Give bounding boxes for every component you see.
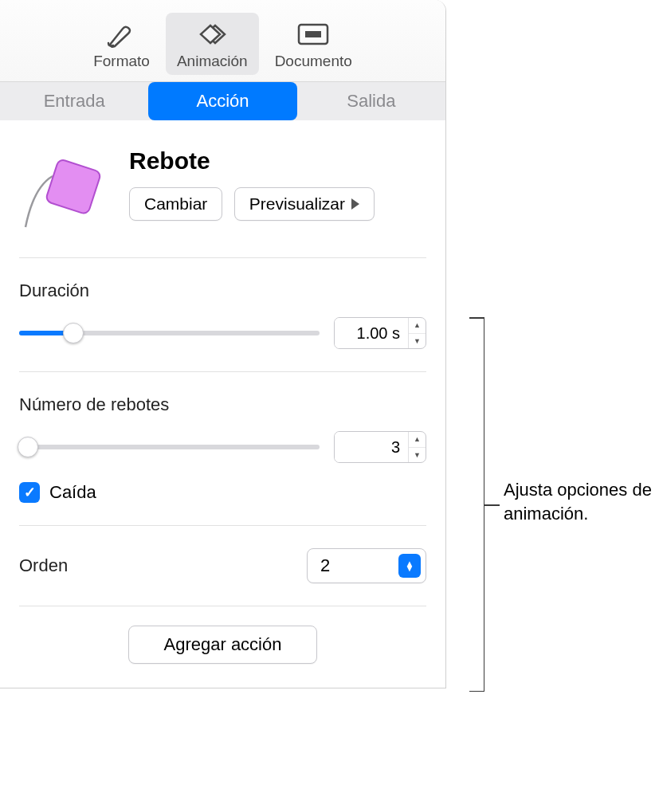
bounces-section: Número de rebotes ▲ ▼ ✓ Caída (19, 372, 426, 526)
callout-text: Ajusta opciones de animación. (504, 478, 655, 525)
change-label: Cambiar (144, 194, 207, 214)
preview-button[interactable]: Previsualizar (234, 187, 375, 221)
footer: Agregar acción (19, 606, 426, 669)
tab-salida[interactable]: Salida (297, 82, 445, 120)
animation-type-tabs: Entrada Acción Salida (0, 82, 445, 120)
add-action-button[interactable]: Agregar acción (128, 626, 318, 664)
bounces-stepper[interactable]: ▲ ▼ (334, 431, 426, 463)
format-tab[interactable]: Formato (82, 13, 161, 75)
bounces-step-up[interactable]: ▲ (409, 432, 426, 448)
duration-stepper[interactable]: ▲ ▼ (334, 317, 426, 349)
animation-label: Animación (177, 53, 248, 70)
order-section: Orden 2 ▲▼ (19, 526, 426, 606)
duration-step-down[interactable]: ▼ (409, 334, 426, 349)
bounces-slider[interactable] (19, 445, 320, 449)
duration-slider[interactable] (19, 331, 320, 335)
callout-bracket (457, 317, 484, 692)
diamond-icon (190, 19, 233, 49)
duration-step-up[interactable]: ▲ (409, 318, 426, 334)
duration-section: Duración ▲ ▼ (19, 258, 426, 372)
tab-entrada[interactable]: Entrada (0, 82, 148, 120)
bounces-label: Número de rebotes (19, 394, 426, 415)
bounces-step-down[interactable]: ▼ (409, 448, 426, 463)
format-label: Formato (93, 53, 150, 70)
svg-rect-2 (45, 159, 102, 215)
decay-checkbox[interactable]: ✓ (19, 482, 40, 503)
order-label: Orden (19, 555, 68, 576)
svg-rect-1 (305, 31, 321, 37)
play-icon (351, 198, 359, 210)
main-toolbar: Formato Animación Documento (0, 0, 445, 82)
brush-icon (100, 19, 143, 49)
chevron-updown-icon: ▲▼ (398, 554, 421, 578)
decay-row[interactable]: ✓ Caída (19, 482, 426, 503)
tab-accion[interactable]: Acción (148, 82, 296, 120)
duration-label: Duración (19, 280, 426, 301)
change-button[interactable]: Cambiar (129, 187, 222, 221)
duration-value[interactable] (335, 318, 408, 348)
document-tab[interactable]: Documento (264, 13, 363, 75)
bounces-value[interactable] (335, 432, 408, 462)
document-label: Documento (275, 53, 352, 70)
order-value: 2 (320, 555, 330, 576)
inspector-panel: Formato Animación Documento Entrada A (0, 0, 446, 688)
preview-label: Previsualizar (249, 194, 345, 214)
order-select[interactable]: 2 ▲▼ (307, 548, 426, 583)
inspector-content: Rebote Cambiar Previsualizar Duración (0, 120, 445, 688)
effect-name: Rebote (129, 147, 426, 175)
effect-header: Rebote Cambiar Previsualizar (19, 120, 426, 258)
decay-label: Caída (49, 482, 96, 503)
document-icon (292, 19, 335, 49)
animation-tab[interactable]: Animación (166, 13, 259, 75)
bounce-effect-icon (19, 147, 115, 235)
